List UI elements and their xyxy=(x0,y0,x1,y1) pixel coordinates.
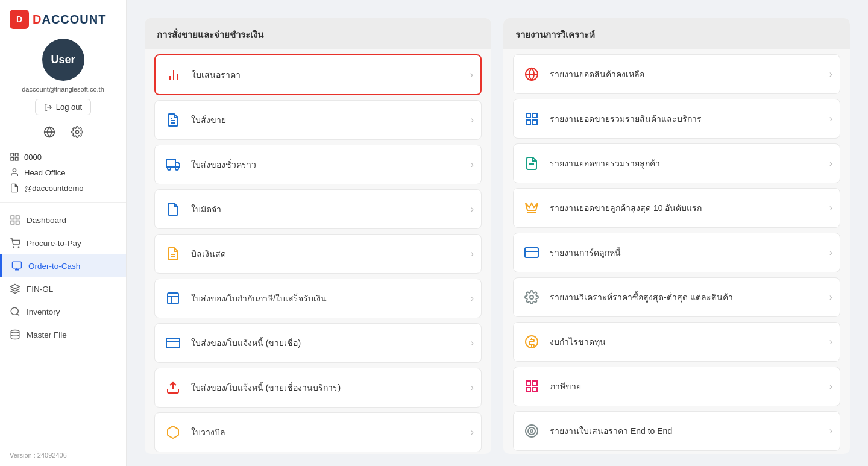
menu-item-customer-card[interactable]: รายงานการ์ดลูกหนี้ › xyxy=(513,233,840,272)
menu-item-credit-note-sale[interactable]: ใบส่งของ/ใบแจ้งหนี้ (ขายเชื่อ) › xyxy=(154,323,482,363)
svg-point-58 xyxy=(530,430,533,432)
menu-label-quotation: ใบเสนอราคา xyxy=(192,68,241,81)
chevron-right-icon: › xyxy=(470,69,473,80)
card-blue-icon xyxy=(521,242,542,263)
logo-icon: D xyxy=(10,10,29,29)
svg-rect-41 xyxy=(533,113,537,118)
chevron-right-icon: › xyxy=(829,426,832,436)
menu-item-stock-report[interactable]: รายงานยอดสินค้าคงเหลือ › xyxy=(513,54,840,94)
sidebar-quick-icons xyxy=(41,124,86,140)
svg-rect-55 xyxy=(533,388,537,392)
doc-teal-icon xyxy=(521,153,542,174)
svg-marker-27 xyxy=(175,162,180,167)
svg-point-48 xyxy=(530,295,533,299)
nav-dashboard[interactable]: Dashboard xyxy=(0,209,126,231)
svg-point-28 xyxy=(168,167,171,170)
menu-item-price-analysis[interactable]: รายงานวิเคราะห์ราคาซื้อสูงสุด-ต่ำสุด แต่… xyxy=(513,277,840,317)
svg-point-2 xyxy=(75,131,78,134)
menu-item-profit-loss[interactable]: งบกำไรขาดทุน › xyxy=(513,322,840,362)
svg-rect-54 xyxy=(526,388,530,392)
user-email: daccount@trianglesoft.co.th xyxy=(17,86,109,93)
logo-text: DACCOUNT xyxy=(33,13,106,27)
branch-code: 0000 xyxy=(10,149,116,165)
left-panel-header: การสั่งขายและจ่ายชำระเงิน xyxy=(145,18,491,49)
svg-rect-10 xyxy=(11,221,14,224)
target-gray-icon xyxy=(521,420,542,442)
menu-label-credit-note-sale: ใบส่งของ/ใบแจ้งหนี้ (ขายเชื่อ) xyxy=(191,336,301,350)
menu-item-pawn[interactable]: ใบมัดจำ › xyxy=(154,189,482,229)
menu-label-stock-report: รายงานยอดสินค้าคงเหลือ xyxy=(550,68,644,81)
svg-rect-6 xyxy=(15,157,18,160)
menu-item-top10-customer[interactable]: รายงานยอดขายลูกค้าสูงสุด 10 อันดับแรก › xyxy=(513,188,840,228)
box-orange-icon xyxy=(162,421,184,443)
crown-orange-icon xyxy=(521,197,542,219)
globe-icon[interactable] xyxy=(41,124,58,140)
nav-fin-gl[interactable]: FIN-GL xyxy=(0,277,126,300)
bar-chart-red-icon xyxy=(163,64,184,86)
menu-item-quotation[interactable]: ใบเสนอราคา › xyxy=(154,54,482,95)
svg-rect-8 xyxy=(11,216,14,219)
nav-inventory[interactable]: Inventory xyxy=(0,300,126,323)
menu-label-top10-customer: รายงานยอดขายลูกค้าสูงสุด 10 อันดับแรก xyxy=(550,201,702,215)
menu-item-sales-customer-report[interactable]: รายงานยอดขายรวมรายลูกค้า › xyxy=(513,143,840,183)
svg-rect-46 xyxy=(525,248,538,257)
menu-item-cash-bill[interactable]: บิลเงินสด › xyxy=(154,234,482,274)
truck-blue-icon xyxy=(162,154,184,175)
bill-orange-icon xyxy=(162,243,184,265)
nav-procure-to-pay[interactable]: Procure-to-Pay xyxy=(0,231,126,254)
chevron-right-icon: › xyxy=(471,293,474,304)
nav-master-file[interactable]: Master File xyxy=(0,323,126,346)
svg-rect-52 xyxy=(526,381,530,385)
svg-rect-26 xyxy=(166,159,175,167)
svg-rect-40 xyxy=(526,113,530,118)
menu-label-credit-note-service: ใบส่งของ/ใบแจ้งหนี้ (ขายเชื่องานบริการ) xyxy=(191,381,341,394)
svg-marker-17 xyxy=(11,285,20,289)
svg-rect-32 xyxy=(168,293,178,304)
menu-item-sales-tax[interactable]: ภาษีขาย › xyxy=(513,367,840,406)
chevron-right-icon: › xyxy=(471,204,474,215)
chevron-right-icon: › xyxy=(471,382,474,393)
globe-blue-icon xyxy=(521,63,542,85)
version-label: Version : 24092406 xyxy=(0,444,77,466)
svg-point-7 xyxy=(13,169,16,172)
svg-rect-42 xyxy=(526,120,530,124)
svg-point-29 xyxy=(175,167,178,170)
settings-icon[interactable] xyxy=(69,124,86,140)
logout-button[interactable]: Log out xyxy=(35,99,91,115)
chevron-right-icon: › xyxy=(471,248,474,259)
nav-order-to-cash[interactable]: Order-to-Cash xyxy=(0,254,126,277)
left-panel: การสั่งขายและจ่ายชำระเงิน ใบเสนอราคา › xyxy=(145,18,491,454)
menu-item-invoice-tax[interactable]: ใบส่งของ/ใบกำกับภาษี/ใบเสร็จรับเงิน › xyxy=(154,279,482,318)
doc-green-icon xyxy=(162,198,184,220)
menu-label-delivery-note-temp: ใบส่งของชั่วคราว xyxy=(191,158,256,171)
menu-item-credit-note-service[interactable]: ใบส่งของ/ใบแจ้งหนี้ (ขายเชื่องานบริการ) … xyxy=(154,368,482,408)
menu-label-sales-product-report: รายงานยอดขายรวมรายสินค้าและบริการ xyxy=(550,112,702,125)
menu-item-quotation-end-to-end[interactable]: รายงานใบเสนอราคา End to End › xyxy=(513,411,840,451)
svg-point-20 xyxy=(11,330,19,333)
svg-rect-53 xyxy=(533,381,537,385)
head-office: Head Office xyxy=(10,165,116,180)
settings-gray-icon xyxy=(521,286,542,308)
svg-rect-5 xyxy=(11,157,14,160)
chevron-right-icon: › xyxy=(829,203,832,213)
menu-item-billing-note[interactable]: ใบวางบิล › xyxy=(154,412,482,452)
main-content: การสั่งขายและจ่ายชำระเงิน ใบเสนอราคา › xyxy=(127,0,868,466)
credit-blue-icon xyxy=(162,332,184,354)
left-panel-menu: ใบเสนอราคา › ใบสั่งขาย › xyxy=(145,49,491,452)
chevron-right-icon: › xyxy=(829,69,832,80)
doc-blue-icon xyxy=(162,109,184,131)
svg-rect-43 xyxy=(533,120,537,124)
chevron-right-icon: › xyxy=(471,159,474,170)
right-panel-header: รายงานการวิเคราะห์ xyxy=(503,18,850,49)
logo: D DACCOUNT xyxy=(0,10,116,29)
menu-item-sales-product-report[interactable]: รายงานยอดขายรวมรายสินค้าและบริการ › xyxy=(513,99,840,139)
menu-label-cash-bill: บิลเงินสด xyxy=(191,247,226,260)
chevron-right-icon: › xyxy=(829,292,832,303)
chevron-right-icon: › xyxy=(829,247,832,258)
svg-rect-11 xyxy=(16,221,19,224)
menu-item-purchase-order[interactable]: ใบสั่งขาย › xyxy=(154,100,482,140)
svg-point-12 xyxy=(13,247,14,248)
menu-item-delivery-note-temp[interactable]: ใบส่งของชั่วคราว › xyxy=(154,145,482,184)
svg-rect-4 xyxy=(15,153,18,156)
svg-point-18 xyxy=(11,307,18,315)
